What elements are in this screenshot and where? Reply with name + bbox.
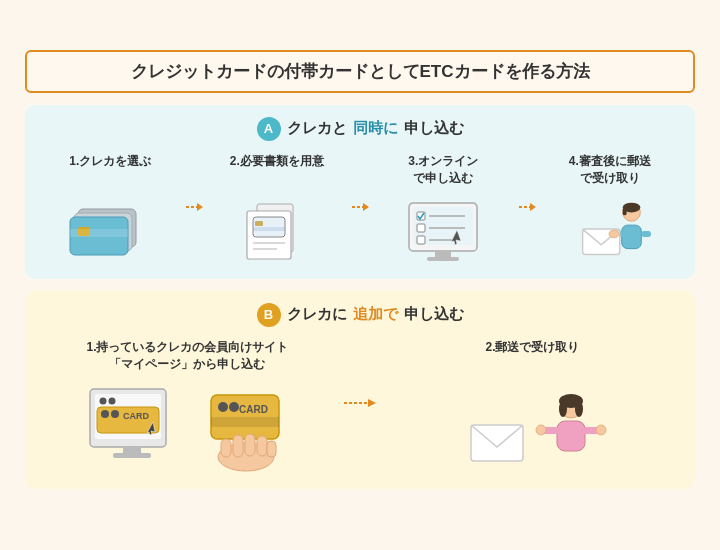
svg-rect-54 <box>221 439 231 457</box>
section-a: A クレカと 同時に 申し込む 1.クレカを選ぶ <box>25 105 695 279</box>
step-a-1-label: 1.クレカを選ぶ <box>69 153 151 189</box>
svg-rect-39 <box>123 447 141 453</box>
title-box: クレジットカードの付帯カードとしてETCカードを作る方法 <box>25 50 695 93</box>
svg-rect-57 <box>257 436 267 456</box>
step-b-1-icon: CARD CARD <box>85 387 291 477</box>
svg-rect-31 <box>622 207 626 215</box>
svg-text:CARD: CARD <box>239 404 268 415</box>
step-b-2-label: 2.郵送で受け取り <box>485 339 579 379</box>
svg-rect-34 <box>641 231 651 237</box>
svg-rect-24 <box>417 236 425 244</box>
step-a-3: 3.オンラインで申し込む <box>374 153 513 267</box>
svg-rect-11 <box>253 227 285 231</box>
svg-rect-4 <box>70 229 128 237</box>
section-a-header: A クレカと 同時に 申し込む <box>41 117 679 141</box>
section-a-highlight: 同時に <box>353 119 398 138</box>
svg-point-44 <box>101 410 109 418</box>
step-b-2-icon <box>453 387 613 477</box>
svg-rect-40 <box>113 453 151 458</box>
arrow-2 <box>350 153 370 217</box>
svg-rect-61 <box>471 425 523 461</box>
arrow-b <box>342 339 378 413</box>
section-b-header-pre: クレカに <box>287 305 347 324</box>
section-a-header-pre: クレカと <box>287 119 347 138</box>
svg-point-70 <box>596 425 606 435</box>
step-a-2-icon <box>232 197 322 267</box>
step-b-2: 2.郵送で受け取り <box>386 339 679 477</box>
svg-text:CARD: CARD <box>123 411 149 421</box>
steps-row-a: 1.クレカを選ぶ <box>41 153 679 267</box>
svg-marker-6 <box>197 203 203 211</box>
svg-marker-60 <box>368 399 376 407</box>
section-a-header-post: 申し込む <box>404 119 464 138</box>
svg-point-50 <box>229 402 239 412</box>
step-b-1-label: 1.持っているクレカの会員向けサイト「マイページ」から申し込む <box>86 339 288 379</box>
badge-b: B <box>257 303 281 327</box>
section-b-header: B クレカに 追加で 申し込む <box>41 303 679 327</box>
svg-rect-55 <box>233 435 243 457</box>
step-a-1-icon <box>65 197 155 267</box>
svg-rect-66 <box>557 421 585 451</box>
svg-rect-58 <box>267 441 276 457</box>
svg-rect-52 <box>211 417 279 427</box>
step-a-3-label: 3.オンラインで申し込む <box>408 153 478 189</box>
step-b-1: 1.持っているクレカの会員向けサイト「マイページ」から申し込む <box>41 339 334 477</box>
step-a-4-icon <box>565 197 655 267</box>
svg-rect-10 <box>255 221 263 226</box>
svg-rect-32 <box>621 225 641 248</box>
arrow-3 <box>517 153 537 217</box>
svg-point-64 <box>559 401 567 417</box>
svg-point-42 <box>108 397 115 404</box>
svg-rect-19 <box>427 257 459 261</box>
svg-point-41 <box>99 397 106 404</box>
svg-rect-18 <box>435 251 451 257</box>
svg-point-65 <box>575 401 583 417</box>
svg-marker-15 <box>363 203 369 211</box>
page-title: クレジットカードの付帯カードとしてETCカードを作る方法 <box>131 62 590 81</box>
svg-point-49 <box>218 402 228 412</box>
svg-point-45 <box>111 410 119 418</box>
step-a-4-label: 4.審査後に郵送で受け取り <box>569 153 651 189</box>
section-b-steps: 1.持っているクレカの会員向けサイト「マイページ」から申し込む <box>41 339 679 477</box>
step-a-2: 2.必要書類を用意 <box>208 153 347 267</box>
section-b: B クレカに 追加で 申し込む 1.持っているクレカの会員向けサイト「マイページ… <box>25 291 695 489</box>
step-a-4: 4.審査後に郵送で受け取り <box>541 153 680 267</box>
arrow-1 <box>184 153 204 217</box>
svg-point-36 <box>609 230 619 238</box>
svg-point-69 <box>536 425 546 435</box>
svg-marker-28 <box>530 203 536 211</box>
svg-rect-56 <box>245 434 255 456</box>
main-container: クレジットカードの付帯カードとしてETCカードを作る方法 A クレカと 同時に … <box>15 40 705 511</box>
step-a-1: 1.クレカを選ぶ <box>41 153 180 267</box>
badge-a: A <box>257 117 281 141</box>
section-b-highlight: 追加で <box>353 305 398 324</box>
step-a-3-icon <box>398 197 488 267</box>
section-b-header-post: 申し込む <box>404 305 464 324</box>
step-a-2-label: 2.必要書類を用意 <box>230 153 324 189</box>
svg-rect-22 <box>417 224 425 232</box>
